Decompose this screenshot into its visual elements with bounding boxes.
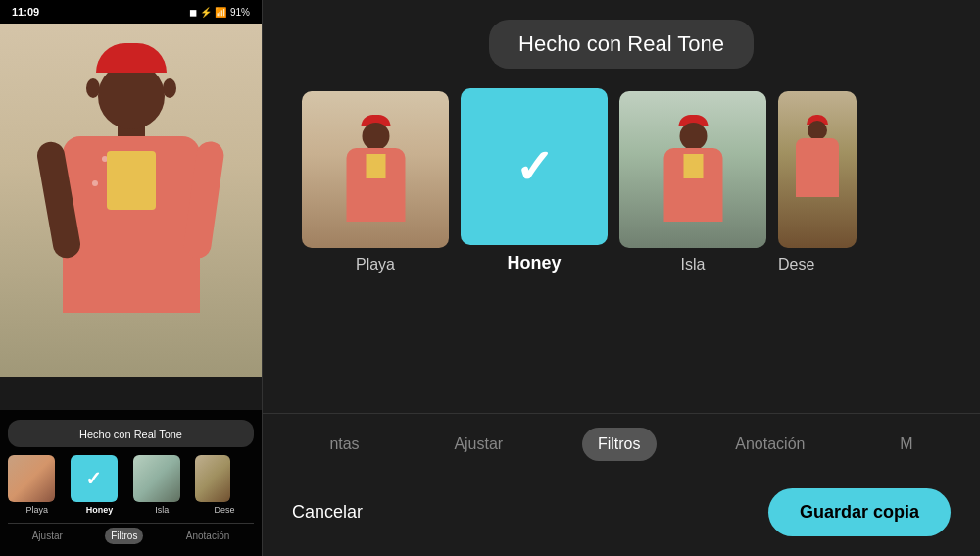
main-badge-text: Hecho con Real Tone [518, 31, 724, 56]
expanded-panel: Hecho con Real Tone Pla [263, 0, 980, 556]
status-bar: 11:09 ◼ ⚡ 📶 91% [0, 0, 262, 24]
filter-item-honey[interactable]: ✓ Honey [461, 88, 608, 274]
filter-img-dese[interactable] [778, 91, 857, 248]
phone-badge-text: Hecho con Real Tone [79, 429, 182, 440]
phone-nav-ajustar[interactable]: Ajustar [26, 528, 69, 544]
filter-thumb-isla-img[interactable] [133, 455, 180, 502]
filter-label-playa: Playa [356, 256, 395, 274]
top-section: Hecho con Real Tone Pla [263, 0, 980, 413]
filter-label-dese: Dese [778, 256, 814, 274]
phone-nav-bar: Ajustar Filtros Anotación [8, 523, 254, 548]
nav-filtros[interactable]: Filtros [582, 428, 657, 461]
filter-img-honey[interactable]: ✓ [461, 88, 608, 245]
filter-img-isla[interactable] [619, 91, 766, 248]
filter-thumb-dese[interactable]: Dese [195, 455, 254, 515]
filter-thumb-playa[interactable]: Playa [8, 455, 67, 515]
filter-thumb-honey-label: Honey [71, 505, 129, 515]
signal-icon: ◼ ⚡ 📶 [189, 7, 226, 18]
filter-item-dese[interactable]: Dese [778, 91, 857, 274]
filter-thumb-dese-label: Dese [195, 505, 254, 515]
time-display: 11:09 [12, 6, 39, 18]
filter-item-isla[interactable]: Isla [619, 91, 766, 274]
main-badge: Hecho con Real Tone [489, 20, 754, 69]
filter-item-playa[interactable]: Playa [302, 91, 449, 274]
filter-thumb-isla-label: Isla [133, 505, 192, 515]
nav-bar: ntas Ajustar Filtros Anotación M [263, 414, 980, 475]
honey-check-icon: ✓ [85, 467, 102, 490]
nav-ajustar[interactable]: Ajustar [438, 428, 518, 461]
bottom-controls: ntas Ajustar Filtros Anotación M Cancela… [263, 413, 980, 556]
filter-thumb-dese-img[interactable] [195, 455, 230, 502]
cancel-button[interactable]: Cancelar [292, 502, 363, 523]
nav-anotacion[interactable]: Anotación [719, 428, 820, 461]
filter-label-isla: Isla [681, 256, 706, 274]
phone-bottom-bar: Hecho con Real Tone Playa ✓ Honey [0, 410, 262, 556]
phone-photo [0, 24, 263, 377]
battery-display: ◼ ⚡ 📶 91% [189, 7, 250, 18]
phone-filter-strip[interactable]: Playa ✓ Honey Isla Dese [8, 455, 254, 515]
filter-label-honey: Honey [507, 253, 561, 274]
filter-thumb-playa-img[interactable] [8, 455, 55, 502]
action-bar: Cancelar Guardar copia [263, 475, 980, 556]
save-button[interactable]: Guardar copia [768, 488, 951, 536]
honey-large-check-icon: ✓ [514, 139, 554, 194]
filter-thumb-playa-label: Playa [8, 505, 67, 515]
phone-panel: 11:09 ◼ ⚡ 📶 91% [0, 0, 263, 556]
filter-thumb-honey[interactable]: ✓ Honey [71, 455, 129, 515]
phone-badge: Hecho con Real Tone [8, 420, 254, 447]
filter-thumb-honey-img[interactable]: ✓ [71, 455, 118, 502]
nav-puntas[interactable]: ntas [314, 428, 374, 461]
nav-more[interactable]: M [884, 428, 928, 461]
filter-row-large[interactable]: Playa ✓ Honey [292, 88, 951, 274]
phone-nav-filtros[interactable]: Filtros [105, 528, 143, 544]
filter-thumb-isla[interactable]: Isla [133, 455, 192, 515]
phone-nav-anotacion[interactable]: Anotación [180, 528, 235, 544]
filter-img-playa[interactable] [302, 91, 449, 248]
